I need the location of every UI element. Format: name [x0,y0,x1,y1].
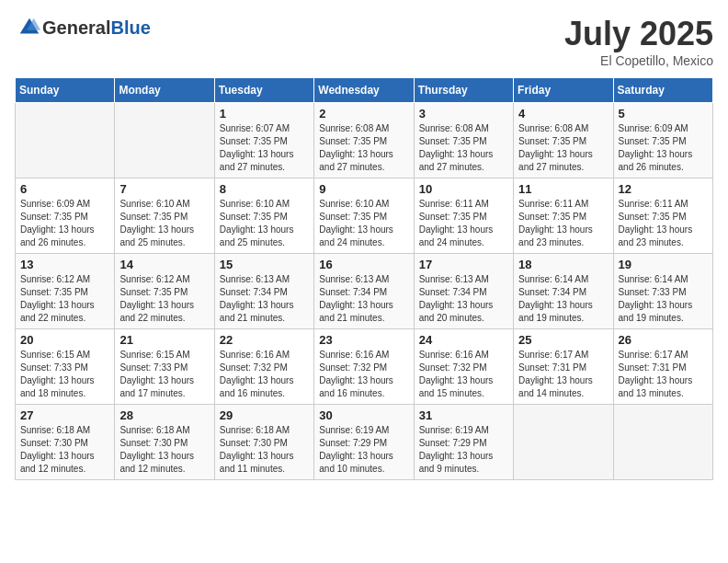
day-info: Sunrise: 6:08 AM Sunset: 7:35 PM Dayligh… [419,122,508,174]
day-info: Sunrise: 6:18 AM Sunset: 7:30 PM Dayligh… [119,424,209,476]
day-number: 15 [220,258,309,271]
calendar-cell: 26Sunrise: 6:17 AM Sunset: 7:31 PM Dayli… [613,329,712,405]
day-number: 4 [518,107,608,121]
day-info: Sunrise: 6:10 AM Sunset: 7:35 PM Dayligh… [319,198,408,249]
day-number: 27 [20,408,109,422]
day-number: 2 [319,107,408,121]
day-header-thursday: Thursday [414,78,513,103]
logo-general: General [42,17,110,38]
calendar-cell [514,405,613,480]
day-info: Sunrise: 6:16 AM Sunset: 7:32 PM Dayligh… [220,349,309,400]
calendar-cell: 27Sunrise: 6:18 AM Sunset: 7:30 PM Dayli… [16,405,115,480]
day-info: Sunrise: 6:18 AM Sunset: 7:30 PM Dayligh… [20,424,109,476]
calendar-cell: 6Sunrise: 6:09 AM Sunset: 7:35 PM Daylig… [16,178,115,254]
calendar-cell: 21Sunrise: 6:15 AM Sunset: 7:33 PM Dayli… [115,329,214,405]
day-number: 28 [119,408,209,422]
calendar-cell: 31Sunrise: 6:19 AM Sunset: 7:29 PM Dayli… [414,405,513,480]
week-row-5: 27Sunrise: 6:18 AM Sunset: 7:30 PM Dayli… [16,405,713,480]
day-info: Sunrise: 6:11 AM Sunset: 7:35 PM Dayligh… [419,198,508,249]
week-row-4: 20Sunrise: 6:15 AM Sunset: 7:33 PM Dayli… [16,329,713,405]
calendar-cell: 5Sunrise: 6:09 AM Sunset: 7:35 PM Daylig… [613,103,712,178]
day-info: Sunrise: 6:12 AM Sunset: 7:35 PM Dayligh… [20,273,109,325]
day-number: 14 [119,258,209,271]
day-number: 24 [419,333,508,347]
day-info: Sunrise: 6:13 AM Sunset: 7:34 PM Dayligh… [319,273,408,325]
calendar-cell: 30Sunrise: 6:19 AM Sunset: 7:29 PM Dayli… [314,405,414,480]
calendar-table: SundayMondayTuesdayWednesdayThursdayFrid… [15,77,713,480]
calendar-cell: 11Sunrise: 6:11 AM Sunset: 7:35 PM Dayli… [514,178,613,254]
day-number: 20 [20,333,109,347]
week-row-1: 1Sunrise: 6:07 AM Sunset: 7:35 PM Daylig… [16,103,713,178]
calendar-cell: 16Sunrise: 6:13 AM Sunset: 7:34 PM Dayli… [314,254,414,329]
day-number: 29 [220,408,309,422]
day-info: Sunrise: 6:09 AM Sunset: 7:35 PM Dayligh… [619,122,708,174]
day-number: 23 [319,333,408,347]
day-info: Sunrise: 6:10 AM Sunset: 7:35 PM Dayligh… [220,198,309,249]
day-header-monday: Monday [115,78,214,103]
title-month: July 2025 [564,15,713,53]
day-info: Sunrise: 6:11 AM Sunset: 7:35 PM Dayligh… [518,198,608,249]
day-number: 6 [20,182,109,196]
calendar-cell: 17Sunrise: 6:13 AM Sunset: 7:34 PM Dayli… [414,254,513,329]
calendar-cell: 29Sunrise: 6:18 AM Sunset: 7:30 PM Dayli… [214,405,313,480]
calendar-cell [613,405,712,480]
day-info: Sunrise: 6:13 AM Sunset: 7:34 PM Dayligh… [220,273,309,325]
day-info: Sunrise: 6:17 AM Sunset: 7:31 PM Dayligh… [619,349,708,400]
day-number: 26 [619,333,708,347]
day-number: 5 [619,107,708,121]
day-info: Sunrise: 6:08 AM Sunset: 7:35 PM Dayligh… [319,122,408,174]
title-area: July 2025 El Copetillo, Mexico [564,15,713,68]
day-info: Sunrise: 6:15 AM Sunset: 7:33 PM Dayligh… [20,349,109,400]
calendar-cell: 15Sunrise: 6:13 AM Sunset: 7:34 PM Dayli… [214,254,313,329]
logo: GeneralBlue [15,15,151,40]
day-number: 9 [319,182,408,196]
calendar-cell: 14Sunrise: 6:12 AM Sunset: 7:35 PM Dayli… [115,254,214,329]
day-info: Sunrise: 6:17 AM Sunset: 7:31 PM Dayligh… [518,349,608,400]
week-row-2: 6Sunrise: 6:09 AM Sunset: 7:35 PM Daylig… [16,178,713,254]
calendar-cell [115,103,214,178]
day-number: 22 [220,333,309,347]
calendar-cell: 9Sunrise: 6:10 AM Sunset: 7:35 PM Daylig… [314,178,414,254]
calendar-cell: 19Sunrise: 6:14 AM Sunset: 7:33 PM Dayli… [613,254,712,329]
header: GeneralBlue July 2025 El Copetillo, Mexi… [15,15,713,68]
logo-blue: Blue [110,17,150,38]
day-info: Sunrise: 6:14 AM Sunset: 7:33 PM Dayligh… [619,273,708,325]
day-number: 7 [119,182,209,196]
logo-icon [17,15,42,40]
day-header-saturday: Saturday [613,78,712,103]
calendar-cell: 4Sunrise: 6:08 AM Sunset: 7:35 PM Daylig… [514,103,613,178]
day-number: 12 [619,182,708,196]
calendar-cell: 25Sunrise: 6:17 AM Sunset: 7:31 PM Dayli… [514,329,613,405]
calendar-cell: 10Sunrise: 6:11 AM Sunset: 7:35 PM Dayli… [414,178,513,254]
calendar-cell: 1Sunrise: 6:07 AM Sunset: 7:35 PM Daylig… [214,103,313,178]
day-number: 19 [619,258,708,271]
day-info: Sunrise: 6:08 AM Sunset: 7:35 PM Dayligh… [518,122,608,174]
day-info: Sunrise: 6:16 AM Sunset: 7:32 PM Dayligh… [419,349,508,400]
day-header-friday: Friday [514,78,613,103]
calendar-cell: 2Sunrise: 6:08 AM Sunset: 7:35 PM Daylig… [314,103,414,178]
calendar-cell: 3Sunrise: 6:08 AM Sunset: 7:35 PM Daylig… [414,103,513,178]
day-number: 13 [20,258,109,271]
day-info: Sunrise: 6:18 AM Sunset: 7:30 PM Dayligh… [220,424,309,476]
title-location: El Copetillo, Mexico [564,53,713,68]
day-info: Sunrise: 6:11 AM Sunset: 7:35 PM Dayligh… [619,198,708,249]
day-number: 18 [518,258,608,271]
day-info: Sunrise: 6:09 AM Sunset: 7:35 PM Dayligh… [20,198,109,249]
calendar-cell: 28Sunrise: 6:18 AM Sunset: 7:30 PM Dayli… [115,405,214,480]
days-header-row: SundayMondayTuesdayWednesdayThursdayFrid… [16,78,713,103]
calendar-cell: 18Sunrise: 6:14 AM Sunset: 7:34 PM Dayli… [514,254,613,329]
day-info: Sunrise: 6:12 AM Sunset: 7:35 PM Dayligh… [119,273,209,325]
day-info: Sunrise: 6:13 AM Sunset: 7:34 PM Dayligh… [419,273,508,325]
calendar-cell: 8Sunrise: 6:10 AM Sunset: 7:35 PM Daylig… [214,178,313,254]
calendar-cell [16,103,115,178]
calendar-cell: 22Sunrise: 6:16 AM Sunset: 7:32 PM Dayli… [214,329,313,405]
day-number: 31 [419,408,508,422]
day-number: 25 [518,333,608,347]
calendar-cell: 24Sunrise: 6:16 AM Sunset: 7:32 PM Dayli… [414,329,513,405]
calendar-cell: 12Sunrise: 6:11 AM Sunset: 7:35 PM Dayli… [613,178,712,254]
week-row-3: 13Sunrise: 6:12 AM Sunset: 7:35 PM Dayli… [16,254,713,329]
calendar-cell: 23Sunrise: 6:16 AM Sunset: 7:32 PM Dayli… [314,329,414,405]
day-info: Sunrise: 6:15 AM Sunset: 7:33 PM Dayligh… [119,349,209,400]
day-info: Sunrise: 6:14 AM Sunset: 7:34 PM Dayligh… [518,273,608,325]
day-header-sunday: Sunday [16,78,115,103]
